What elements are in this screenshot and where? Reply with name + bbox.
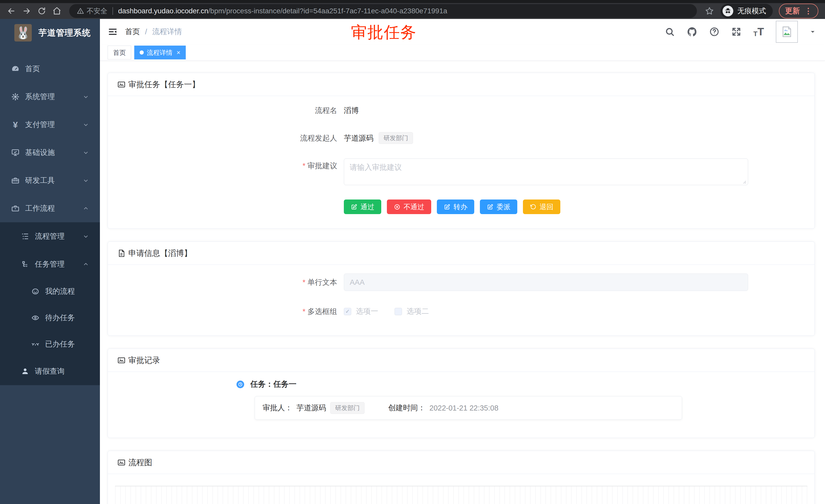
card-title: 流程图	[128, 457, 152, 468]
sidebar-item-workflow[interactable]: 工作流程	[0, 194, 100, 222]
create-time-label: 创建时间：	[388, 403, 425, 413]
resize-handle-icon[interactable]	[742, 179, 747, 184]
form-row-initiator: 流程发起人 芋道源码 研发部门	[118, 131, 804, 145]
sidebar-item-system[interactable]: 系统管理	[0, 83, 100, 111]
eye-closed-icon	[31, 340, 40, 349]
approve-record-item: 审批人： 芋道源码 研发部门 创建时间： 2022-01-21 22:35:08	[255, 396, 682, 420]
url-text[interactable]: dashboard.yudao.iocoder.cn/bpm/process-i…	[118, 7, 447, 15]
sidebar-menu: 首页 系统管理 ¥ 支付管理 基础设施	[0, 46, 100, 385]
sidebar-item-done-tasks[interactable]: 已办任务	[0, 331, 100, 357]
form-row-suggestion: 审批建议	[118, 159, 804, 186]
return-button[interactable]: 退回	[523, 199, 560, 214]
delegate-button[interactable]: 委派	[480, 199, 517, 214]
incognito-badge: 无痕模式	[721, 4, 773, 18]
forward-icon[interactable]	[22, 6, 31, 16]
create-time-value: 2022-01-21 22:35:08	[430, 404, 498, 412]
transfer-button[interactable]: 转办	[437, 199, 474, 214]
suggestion-textarea[interactable]	[344, 159, 748, 185]
app-logo[interactable]: 🐰 芋道管理系统	[0, 19, 100, 46]
sidebar-item-process-mgmt[interactable]: 流程管理	[0, 222, 100, 250]
approve-button[interactable]: 通过	[344, 199, 381, 214]
close-icon[interactable]: ×	[176, 49, 180, 57]
sidebar-item-todo-tasks[interactable]: 待办任务	[0, 305, 100, 331]
sidebar-item-my-process[interactable]: 我的流程	[0, 278, 100, 305]
update-button[interactable]: 更新 ⋮	[779, 4, 818, 18]
approver-value: 芋道源码	[296, 403, 326, 413]
github-icon[interactable]	[687, 26, 697, 37]
screen: 不安全 dashboard.yudao.iocoder.cn/bpm/proce…	[0, 0, 825, 504]
briefcase-icon	[11, 204, 20, 213]
approver-label: 审批人：	[262, 403, 292, 413]
action-buttons: 通过 不通过 转办 委派 退回	[344, 199, 804, 214]
sidebar-item-label: 请假查询	[35, 366, 100, 376]
field-label: 流程发起人	[118, 131, 344, 145]
annotation-text: 审批任务	[351, 21, 417, 43]
tag-process-detail[interactable]: 流程详情 ×	[134, 46, 186, 60]
home-icon[interactable]	[52, 6, 62, 16]
back-icon[interactable]	[7, 6, 16, 16]
sidebar-item-payment[interactable]: ¥ 支付管理	[0, 111, 100, 139]
eye-icon	[31, 313, 40, 322]
breadcrumb-home[interactable]: 首页	[125, 27, 140, 37]
reload-icon[interactable]	[38, 7, 46, 15]
card-body: 单行文本 多选框组 ✓ 选项一 选项二	[108, 265, 815, 335]
sidebar-item-leave-query[interactable]: 请假查询	[0, 357, 100, 385]
user-menu-caret-icon[interactable]	[810, 29, 816, 35]
field-label-required: 审批建议	[118, 159, 344, 173]
sidebar-item-label: 我的流程	[45, 286, 100, 297]
picture-icon	[117, 80, 126, 89]
dept-tag: 研发部门	[330, 402, 365, 414]
sidebar-item-devtools[interactable]: 研发工具	[0, 166, 100, 194]
dept-tag: 研发部门	[379, 132, 413, 144]
monitor-icon	[11, 148, 20, 157]
bookmark-star-icon[interactable]	[704, 6, 714, 16]
browser-menu-icon[interactable]: ⋮	[805, 7, 812, 15]
tag-home[interactable]: 首页	[107, 46, 131, 60]
chevron-down-icon	[82, 177, 89, 184]
search-icon[interactable]	[665, 27, 675, 37]
initiator-value: 芋道源码 研发部门	[344, 131, 413, 145]
card-title: 审批任务【任务一】	[128, 79, 200, 90]
card-body: 任务：任务一 审批人： 芋道源码 研发部门 创建时间： 2022-01-21 2…	[108, 372, 815, 438]
fullscreen-icon[interactable]	[731, 27, 742, 37]
bpmn-canvas[interactable]	[115, 486, 807, 504]
checkbox-option-1: ✓ 选项一	[344, 306, 378, 317]
font-size-icon[interactable]: TT	[753, 26, 764, 37]
avatar[interactable]	[776, 21, 798, 43]
sidebar-collapse-icon[interactable]	[107, 27, 118, 37]
process-diagram-card: 流程图	[107, 451, 815, 504]
face-icon	[31, 287, 40, 296]
incognito-icon	[723, 6, 733, 16]
logo-image: 🐰	[14, 24, 32, 41]
address-bar[interactable]: 不安全 dashboard.yudao.iocoder.cn/bpm/proce…	[69, 4, 697, 18]
sidebar-item-infra[interactable]: 基础设施	[0, 139, 100, 166]
toolbox-icon	[11, 176, 20, 185]
timeline: 任务：任务一 审批人： 芋道源码 研发部门 创建时间： 2022-01-21 2…	[236, 379, 804, 420]
navbar-actions: TT	[665, 21, 825, 43]
sidebar-item-task-mgmt[interactable]: 任务管理	[0, 250, 100, 278]
checkbox-group: ✓ 选项一 选项二	[344, 306, 429, 317]
security-label: 不安全	[87, 6, 107, 16]
security-warning-icon[interactable]: 不安全	[77, 6, 107, 16]
navbar: 首页 / 流程详情 审批任务 TT	[100, 19, 825, 45]
card-body: 流程名 滔博 流程发起人 芋道源码 研发部门 审批建议	[108, 96, 815, 229]
sidebar-item-label: 基础设施	[25, 148, 82, 158]
browser-chrome: 不安全 dashboard.yudao.iocoder.cn/bpm/proce…	[0, 0, 825, 19]
sidebar-item-home[interactable]: 首页	[0, 55, 100, 83]
form-row-single-text: 单行文本	[118, 273, 804, 291]
picture-icon	[117, 458, 126, 467]
tab-strip	[0, 0, 825, 3]
sidebar-item-label: 任务管理	[35, 259, 82, 269]
field-label-required: 多选框组	[118, 304, 344, 319]
main-area: 首页 / 流程详情 审批任务 TT	[100, 19, 825, 504]
dashboard-icon	[11, 64, 20, 74]
broken-image-icon	[781, 26, 793, 38]
card-header: 审批任务【任务一】	[108, 73, 815, 96]
incognito-label: 无痕模式	[737, 6, 766, 16]
form-row-checkbox-group: 多选框组 ✓ 选项一 选项二	[118, 304, 804, 319]
workflow-submenu: 流程管理 任务管理 我的流程 待办任务	[0, 222, 100, 385]
help-icon[interactable]	[709, 27, 720, 37]
picture-icon	[117, 356, 126, 365]
reject-button[interactable]: 不通过	[387, 199, 431, 214]
chevron-down-icon	[82, 121, 89, 128]
